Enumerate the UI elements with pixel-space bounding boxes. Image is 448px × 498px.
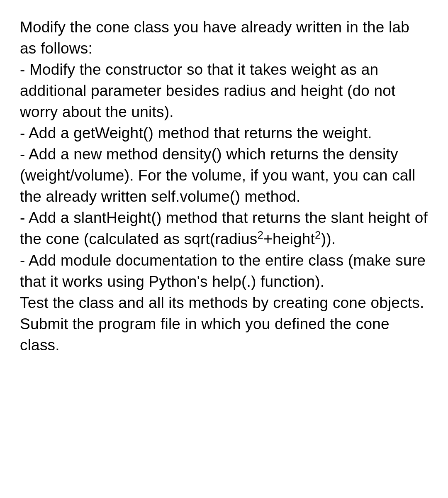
bullet-1: - Modify the constructor so that it take… [20, 59, 428, 122]
closing-paragraph: Test the class and all its methods by cr… [20, 292, 428, 356]
bullet-4: - Add a slantHeight() method that return… [20, 207, 428, 249]
bullet-2: - Add a getWeight() method that returns … [20, 122, 428, 144]
assignment-text: Modify the cone class you have already w… [20, 17, 428, 356]
superscript-2: 2 [315, 229, 321, 241]
intro-paragraph: Modify the cone class you have already w… [20, 17, 428, 59]
bullet-3: - Add a new method density() which retur… [20, 144, 428, 207]
superscript-1: 2 [258, 229, 264, 241]
bullet-5: - Add module documentation to the entire… [20, 250, 428, 292]
